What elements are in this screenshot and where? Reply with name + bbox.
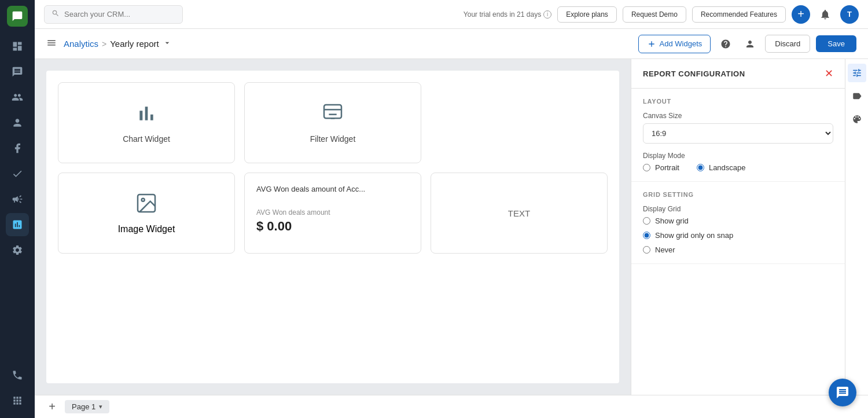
config-icon[interactable]	[848, 64, 866, 82]
sidebar-item-book[interactable]	[6, 137, 29, 160]
add-button[interactable]: +	[792, 5, 810, 24]
topbar: Your trial ends in 21 days i Explore pla…	[35, 0, 868, 29]
search-input[interactable]	[64, 10, 175, 19]
never-option[interactable]: Never	[643, 245, 833, 254]
chart-icon	[135, 102, 158, 127]
filter-widget[interactable]: Filter Widget	[244, 82, 421, 163]
svg-rect-0	[324, 105, 341, 118]
trial-text: Your trial ends in 21 days i	[464, 10, 551, 19]
text-widget-label: TEXT	[508, 208, 530, 218]
grid-setting-label: GRID SETTING	[643, 191, 833, 198]
recommended-features-button[interactable]: Recommended Features	[692, 6, 786, 23]
canvas-area: Chart Widget Filter Widget	[35, 59, 631, 395]
far-right-panel	[845, 59, 868, 395]
portrait-option[interactable]: Portrait	[643, 163, 679, 172]
breadcrumb-bar: Analytics > Yearly report Add Widgets Di…	[35, 29, 868, 59]
sidebar-item-tasks[interactable]	[6, 162, 29, 185]
show-grid-snap-option[interactable]: Show grid only on snap	[643, 231, 833, 240]
request-demo-button[interactable]: Request Demo	[623, 6, 686, 23]
save-button[interactable]: Save	[816, 35, 856, 52]
grid-setting-section: GRID SETTING Display Grid Show grid Show…	[631, 182, 845, 264]
image-icon	[135, 192, 158, 217]
avg-deals-subtitle: AVG Won deals amount	[256, 208, 330, 217]
chart-widget-label: Chart Widget	[123, 134, 170, 144]
layout-section: LAYOUT Canvas Size 16:9 4:3 1:1 Custom D…	[631, 89, 845, 182]
sidebar-item-profile[interactable]	[6, 111, 29, 134]
sidebar-item-phone[interactable]	[6, 364, 29, 387]
breadcrumb-actions: Add Widgets Discard Save	[638, 35, 856, 53]
palette-icon[interactable]	[848, 110, 866, 129]
sidebar	[0, 0, 35, 418]
display-mode-label: Display Mode	[643, 152, 833, 160]
panel-title: REPORT CONFIGURATION	[643, 69, 745, 78]
display-mode-group: Portrait Landscape	[643, 163, 833, 172]
avg-deals-title: AVG Won deals amount of Acc...	[256, 185, 409, 193]
page-tab-dropdown[interactable]: ▾	[99, 403, 102, 410]
discard-button[interactable]: Discard	[765, 35, 810, 53]
notification-icon[interactable]	[816, 5, 834, 24]
show-grid-option[interactable]: Show grid	[643, 217, 833, 225]
breadcrumb-separator: >	[102, 39, 106, 49]
content-area: Chart Widget Filter Widget	[35, 59, 868, 395]
breadcrumb-analytics[interactable]: Analytics	[64, 39, 98, 49]
avg-deals-widget[interactable]: AVG Won deals amount of Acc... AVG Won d…	[244, 173, 421, 254]
panel-header: REPORT CONFIGURATION ✕	[631, 59, 845, 89]
page-tab[interactable]: Page 1 ▾	[65, 400, 109, 413]
landscape-option[interactable]: Landscape	[697, 163, 746, 172]
panel-close-button[interactable]: ✕	[825, 68, 833, 79]
avatar[interactable]: T	[840, 5, 859, 24]
sidebar-item-apps[interactable]	[6, 389, 29, 412]
breadcrumb-dropdown-icon[interactable]	[163, 38, 172, 50]
explore-plans-button[interactable]: Explore plans	[557, 6, 617, 23]
display-grid-label: Display Grid	[643, 205, 833, 213]
search-box[interactable]	[44, 5, 183, 24]
canvas-size-select[interactable]: 16:9 4:3 1:1 Custom	[643, 123, 833, 144]
sidebar-item-analytics[interactable]	[6, 213, 29, 236]
sidebar-item-settings[interactable]	[6, 239, 29, 262]
image-widget[interactable]: Image Widget	[58, 173, 235, 254]
tag-icon[interactable]	[848, 87, 866, 105]
sidebar-item-contacts[interactable]	[6, 86, 29, 109]
breadcrumb-current-page: Yearly report	[110, 39, 159, 49]
sidebar-item-messages[interactable]	[6, 60, 29, 83]
sidebar-logo[interactable]	[7, 6, 28, 27]
share-icon[interactable]	[741, 35, 759, 53]
sidebar-item-megaphone[interactable]	[6, 188, 29, 211]
layout-section-label: LAYOUT	[643, 98, 833, 105]
image-widget-label: Image Widget	[118, 224, 175, 234]
bottom-bar: + Page 1 ▾	[35, 395, 868, 418]
chart-widget[interactable]: Chart Widget	[58, 82, 235, 163]
svg-point-2	[142, 199, 145, 201]
hamburger-icon[interactable]	[46, 38, 57, 50]
topbar-right: Your trial ends in 21 days i Explore pla…	[464, 5, 859, 24]
add-page-button[interactable]: +	[44, 399, 60, 415]
chat-bubble[interactable]	[829, 379, 856, 406]
display-grid-group: Show grid Show grid only on snap Never	[643, 217, 833, 254]
canvas-grid: Chart Widget Filter Widget	[46, 71, 619, 383]
trial-info-icon[interactable]: i	[543, 10, 551, 19]
text-widget[interactable]: TEXT	[431, 173, 608, 254]
help-icon[interactable]	[716, 35, 735, 53]
canvas-size-label: Canvas Size	[643, 112, 833, 120]
main-area: Your trial ends in 21 days i Explore pla…	[35, 0, 868, 418]
filter-widget-label: Filter Widget	[310, 134, 356, 144]
add-widgets-button[interactable]: Add Widgets	[638, 35, 711, 53]
search-icon	[52, 9, 60, 20]
avg-deals-value: $ 0.00	[256, 219, 292, 234]
sidebar-item-dashboard[interactable]	[6, 35, 29, 58]
right-panel: REPORT CONFIGURATION ✕ LAYOUT Canvas Siz…	[631, 59, 845, 395]
filter-icon	[321, 102, 344, 127]
